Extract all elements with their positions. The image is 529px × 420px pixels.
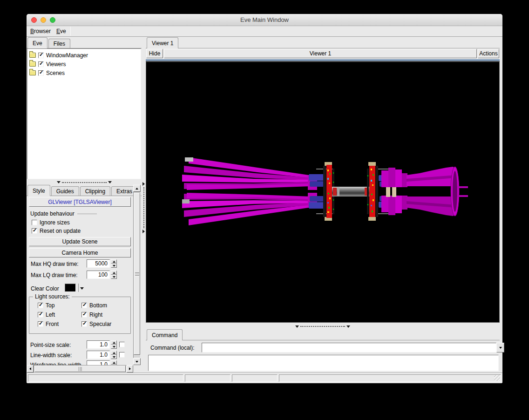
tree-style-splitter[interactable]	[27, 180, 141, 185]
scroll-right-button[interactable]	[127, 365, 133, 373]
tree-checkbox[interactable]	[38, 61, 44, 67]
scroll-up-button[interactable]	[133, 185, 141, 192]
menubar: Browser Eve	[27, 26, 502, 37]
light-top-label: Top	[46, 302, 54, 309]
light-top-row[interactable]: Top	[38, 302, 54, 309]
spin-up-button[interactable]	[111, 360, 117, 365]
eve-tree: WindowManager Viewers Scenes	[27, 48, 141, 179]
light-specular-row[interactable]: Specular	[81, 321, 111, 327]
spin-up-button[interactable]	[111, 271, 117, 275]
actions-button[interactable]: Actions	[478, 49, 499, 58]
left-tab-row: Eve Files	[27, 37, 142, 48]
scrollbar-thumb[interactable]	[34, 366, 126, 372]
light-specular-label: Specular	[89, 321, 111, 327]
viewer-title-bar[interactable]: Viewer 1	[164, 49, 477, 58]
hide-button[interactable]: Hide	[146, 49, 163, 58]
point-size-input[interactable]	[87, 340, 110, 349]
scrollbar-thumb[interactable]	[134, 193, 140, 355]
spin-down-button[interactable]	[111, 355, 117, 359]
line-width-checkbox[interactable]	[119, 352, 125, 358]
style-tab-row: Style Guides Clipping Extras	[27, 185, 142, 196]
scroll-down-button[interactable]	[133, 358, 141, 365]
panel-splitter-column	[142, 37, 146, 373]
color-dropdown-icon[interactable]	[80, 287, 84, 290]
command-input[interactable]	[202, 343, 496, 352]
spin-down-button[interactable]	[111, 275, 117, 279]
tree-item-viewers[interactable]: Viewers	[27, 60, 141, 68]
light-top-checkbox[interactable]	[38, 303, 43, 308]
line-width-input[interactable]	[87, 351, 110, 359]
light-bottom-checkbox[interactable]	[81, 303, 87, 308]
max-lq-label: Max LQ draw time:	[31, 272, 78, 278]
max-hq-input[interactable]	[87, 259, 110, 268]
light-specular-checkbox[interactable]	[81, 321, 87, 327]
light-right-row[interactable]: Right	[81, 312, 102, 318]
reset-on-update-checkbox[interactable]	[32, 228, 37, 234]
close-button[interactable]	[31, 17, 37, 23]
spin-up-button[interactable]	[111, 259, 117, 264]
combo-dropdown-button[interactable]	[496, 343, 504, 352]
light-sources-group: Light sources: Top Bottom Left	[29, 297, 131, 334]
spin-down-button[interactable]	[111, 345, 117, 349]
tree-item-label[interactable]: WindowManager	[46, 52, 88, 59]
status-bar	[27, 373, 502, 383]
style-vertical-scrollbar[interactable]	[133, 185, 141, 365]
light-left-checkbox[interactable]	[38, 312, 43, 318]
light-bottom-row[interactable]: Bottom	[81, 302, 107, 309]
minimize-button[interactable]	[41, 17, 46, 23]
window-title: Eve Main Window	[240, 16, 289, 23]
light-right-checkbox[interactable]	[81, 312, 87, 318]
max-lq-input[interactable]	[87, 271, 110, 279]
glviewer-button[interactable]: GLViewer [TGLSAViewer]	[29, 197, 131, 207]
tab-clipping[interactable]: Clipping	[80, 186, 110, 196]
camera-home-button[interactable]: Camera Home	[29, 248, 131, 257]
spin-up-button[interactable]	[111, 351, 117, 355]
tab-command[interactable]: Command	[147, 329, 183, 340]
tree-item-scenes[interactable]: Scenes	[27, 68, 141, 77]
style-horizontal-scrollbar[interactable]	[27, 365, 133, 373]
titlebar[interactable]: Eve Main Window	[27, 14, 502, 26]
spin-up-button[interactable]	[111, 340, 117, 345]
spin-down-button[interactable]	[111, 264, 117, 268]
update-scene-button[interactable]: Update Scene	[29, 237, 131, 246]
tree-item-windowmanager[interactable]: WindowManager	[27, 51, 141, 60]
left-right-splitter[interactable]	[142, 182, 146, 233]
scroll-left-button[interactable]	[27, 365, 34, 373]
right-forward-structures	[381, 168, 407, 215]
point-size-checkbox[interactable]	[119, 342, 125, 347]
detector-3d-render	[146, 61, 500, 323]
wireframe-input[interactable]	[87, 360, 110, 365]
tab-files[interactable]: Files	[48, 39, 70, 48]
viewer-command-splitter[interactable]	[276, 324, 369, 329]
ignore-sizes-row[interactable]: Ignore sizes	[32, 219, 70, 226]
menu-eve[interactable]: Eve	[55, 27, 70, 36]
tab-viewer-1[interactable]: Viewer 1	[147, 37, 178, 48]
tab-style[interactable]: Style	[27, 185, 50, 196]
line-width-label: Line-width scale:	[30, 352, 72, 359]
tab-eve[interactable]: Eve	[27, 37, 47, 48]
folder-icon	[29, 53, 36, 58]
tree-checkbox[interactable]	[38, 53, 44, 58]
reset-on-update-row[interactable]: Reset on update	[32, 228, 81, 234]
menu-browser[interactable]: Browser	[29, 27, 55, 36]
command-combobox[interactable]	[202, 343, 504, 352]
light-left-row[interactable]: Left	[38, 312, 55, 318]
menubar-divider	[70, 27, 71, 36]
status-segment	[232, 374, 278, 382]
splitter-dots	[300, 326, 345, 327]
tree-checkbox[interactable]	[38, 70, 44, 76]
folder-icon	[29, 61, 36, 67]
tree-item-label[interactable]: Scenes	[46, 70, 65, 76]
ignore-sizes-checkbox[interactable]	[32, 220, 37, 225]
light-front-row[interactable]: Front	[38, 321, 59, 327]
gl-viewport[interactable]	[146, 61, 500, 323]
splitter-arrow-icon	[346, 325, 350, 328]
reset-on-update-label: Reset on update	[40, 228, 81, 234]
tab-guides[interactable]: Guides	[51, 186, 79, 196]
resize-grip[interactable]	[494, 375, 500, 381]
light-front-checkbox[interactable]	[38, 321, 43, 327]
zoom-button[interactable]	[50, 17, 55, 23]
clear-color-swatch[interactable]	[65, 284, 76, 292]
tree-item-label[interactable]: Viewers	[46, 61, 66, 68]
command-panel: Command (local):	[146, 340, 500, 373]
